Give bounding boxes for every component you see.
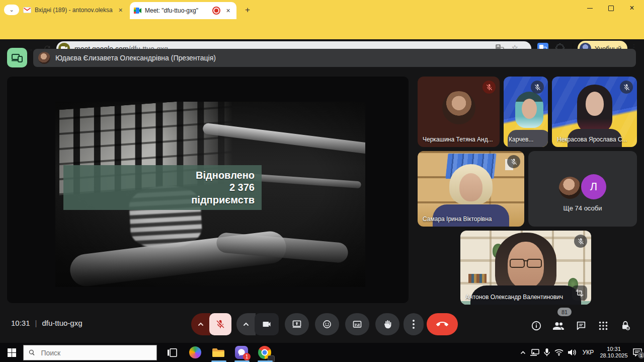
clock[interactable]: 10:31 28.10.2025	[598, 343, 630, 362]
participant-tile[interactable]: Карчев...	[504, 77, 548, 147]
maximize-icon	[608, 6, 614, 11]
avatar	[559, 177, 581, 199]
mic-muted-badge	[620, 81, 633, 94]
language-indicator[interactable]: УКР	[580, 343, 597, 362]
mic-off-icon	[486, 84, 493, 91]
close-icon[interactable]: ×	[224, 7, 232, 15]
mic-off-icon	[510, 158, 518, 166]
tray-date: 28.10.2025	[600, 352, 627, 359]
viber-icon: 1	[235, 346, 248, 359]
presenting-indicator[interactable]	[7, 48, 27, 67]
close-icon: ×	[629, 4, 634, 13]
meeting-code: dfu-ttuo-gxg	[42, 319, 82, 327]
gmail-icon	[23, 7, 31, 13]
slide-caption: Відновлено 2 376 підприємств	[63, 165, 262, 210]
people-icon	[552, 320, 565, 332]
new-tab-button[interactable]: +	[242, 4, 254, 16]
tray-mic-icon[interactable]	[541, 343, 552, 362]
apps-grid-icon	[598, 320, 609, 331]
participant-tile[interactable]: Самара Ірина Вікторівна	[418, 151, 524, 227]
mic-muted-badge	[574, 235, 587, 248]
mic-mute-button[interactable]	[209, 313, 231, 335]
meet-icon	[134, 8, 141, 14]
recording-icon	[212, 7, 220, 15]
chat-button[interactable]	[575, 319, 588, 332]
participant-tile[interactable]: Черкашина Тетяна Анд...	[418, 77, 500, 147]
person-art	[586, 92, 604, 116]
glasses-art	[509, 259, 542, 267]
chrome-button[interactable]	[254, 343, 276, 362]
participant-tile[interactable]: Некрасова Ярослава С...	[552, 77, 637, 147]
wifi-icon[interactable]	[552, 343, 566, 362]
tray-expand-button[interactable]	[517, 343, 528, 362]
tray-time: 10:31	[607, 346, 621, 352]
window-minimize-button[interactable]	[580, 1, 600, 15]
raise-hand-button[interactable]	[375, 313, 399, 335]
tab-meet[interactable]: Meet: "dfu-ttuo-gxg" ×	[130, 2, 236, 19]
others-tile[interactable]: Л Ще 74 особи	[528, 151, 637, 227]
people-count-badge: 81	[557, 308, 572, 316]
task-view-button[interactable]	[161, 343, 183, 362]
camera-options-button[interactable]	[236, 313, 256, 335]
participant-name: Карчев...	[509, 136, 533, 143]
crop-button[interactable]	[572, 285, 587, 301]
end-call-button[interactable]	[427, 313, 458, 335]
meeting-info: 10:31 | dfu-ttuo-gxg	[11, 319, 83, 327]
notification-count-badge: 1	[637, 351, 644, 359]
camera-control	[236, 313, 279, 335]
windows-taskbar: 1 УКР 10:31 28.10.2025	[0, 343, 644, 362]
present-screen-button[interactable]	[285, 313, 309, 335]
mic-off-icon	[623, 84, 630, 91]
presentation-stage: Відновлено 2 376 підприємств	[7, 77, 409, 303]
copilot-button[interactable]	[184, 343, 206, 362]
window-close-button[interactable]: ×	[622, 1, 642, 15]
slide-line-3: підприємств	[70, 194, 255, 206]
presenter-name: Юдаєва Єлизавета Олександрівна (Презента…	[55, 54, 216, 62]
mic-options-button[interactable]	[191, 313, 210, 335]
search-input[interactable]	[40, 348, 151, 357]
mic-muted-badge	[507, 155, 520, 168]
raise-hand-icon	[382, 319, 392, 329]
volume-icon[interactable]	[566, 343, 579, 362]
more-options-button[interactable]	[404, 313, 424, 335]
mic-off-icon	[534, 84, 541, 91]
meeting-details-button[interactable]	[530, 319, 543, 332]
viber-button[interactable]: 1	[230, 343, 253, 362]
books-art	[468, 274, 487, 283]
devices-icon	[12, 53, 23, 62]
presenter-banner[interactable]: Юдаєва Єлизавета Олександрівна (Презента…	[33, 49, 636, 67]
avatar-letter: Л	[581, 174, 606, 199]
mic-off-icon	[577, 238, 585, 245]
host-controls-button[interactable]	[619, 319, 632, 332]
emoji-reactions-button[interactable]	[315, 313, 339, 335]
tab-gmail[interactable]: Вхідні (189) - antonov.oleksand ×	[19, 3, 129, 17]
separator: |	[35, 319, 37, 327]
copilot-icon	[189, 346, 201, 358]
person-art	[522, 99, 537, 119]
captions-button[interactable]	[345, 313, 369, 335]
file-explorer-button[interactable]	[207, 343, 229, 362]
camera-button[interactable]	[255, 313, 279, 335]
mic-control	[191, 313, 231, 335]
close-icon[interactable]: ×	[116, 6, 125, 14]
self-tile[interactable]: Антонов Олександр Валентинович	[460, 231, 591, 305]
participant-name: Самара Ірина Вікторівна	[423, 215, 492, 223]
chevron-up-icon	[520, 351, 526, 354]
tab-search-button[interactable]: ⌄	[4, 5, 19, 15]
search-icon	[29, 349, 35, 356]
show-people-button[interactable]	[552, 319, 565, 332]
start-button[interactable]	[0, 343, 23, 362]
viber-unread-badge: 1	[243, 353, 251, 360]
avatar-group: Л	[559, 174, 606, 201]
activities-button[interactable]	[597, 319, 610, 332]
chevron-up-icon	[198, 322, 204, 326]
glasses-bridge	[523, 260, 528, 261]
crop-icon	[576, 289, 584, 297]
slide-line-1: Відновлено	[70, 169, 255, 181]
tray-device-icon[interactable]	[528, 343, 541, 362]
notification-center-button[interactable]: 1	[631, 343, 644, 362]
mic-muted-badge	[482, 81, 496, 94]
captions-icon	[352, 319, 362, 329]
window-maximize-button[interactable]	[601, 1, 621, 15]
taskbar-search[interactable]	[23, 345, 157, 360]
